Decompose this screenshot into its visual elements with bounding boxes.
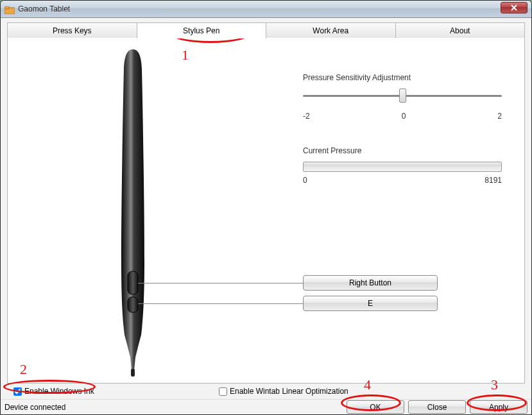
tab-stylus-pen[interactable]: Stylus Pen [137, 22, 267, 38]
pressure-min-label: 0 [303, 176, 307, 185]
options-row: Enable Windows Ink Enable Wintab Linear … [7, 384, 525, 399]
pen-upper-button-map[interactable]: Right Button [303, 275, 438, 291]
enable-wintab-checkbox[interactable] [219, 387, 227, 396]
stylus-panel: Right Button E Pressure Sensitivity Adju… [7, 38, 525, 384]
titlebar[interactable]: Gaomon Tablet [1, 1, 531, 18]
lead-line-lower [138, 303, 304, 304]
status-bar: Device connected OK Close Apply [1, 399, 531, 414]
slider-mid-label: 0 [402, 112, 406, 121]
svg-rect-3 [128, 297, 138, 312]
stylus-illustration [110, 49, 155, 377]
current-pressure-bar [303, 162, 502, 172]
right-column: Pressure Sensitivity Adjustment -2 0 2 C… [303, 73, 502, 185]
pressure-max-label: 8191 [485, 176, 502, 185]
tab-work-area[interactable]: Work Area [266, 22, 396, 38]
main-window: Gaomon Tablet Press Keys Stylus Pen Work… [0, 0, 532, 415]
lead-line-upper [138, 283, 304, 284]
tab-about[interactable]: About [396, 22, 526, 38]
slider-min-label: -2 [303, 112, 310, 121]
enable-windows-ink-label: Enable Windows Ink [24, 387, 94, 396]
tab-bar: Press Keys Stylus Pen Work Area About [7, 22, 525, 38]
status-text: Device connected [4, 403, 65, 412]
app-icon [4, 5, 15, 13]
close-window-button[interactable] [501, 2, 528, 13]
close-button[interactable]: Close [408, 400, 466, 414]
slider-max-label: 2 [497, 112, 502, 121]
current-pressure-label: Current Pressure [303, 146, 502, 155]
slider-thumb[interactable] [399, 89, 406, 103]
apply-button[interactable]: Apply [470, 400, 528, 414]
enable-windows-ink-checkbox[interactable] [13, 387, 22, 396]
ok-button[interactable]: OK [347, 400, 404, 414]
svg-rect-2 [128, 271, 138, 294]
tab-press-keys[interactable]: Press Keys [7, 22, 137, 38]
enable-wintab-label: Enable Wintab Linear Optimization [230, 387, 348, 396]
pressure-slider[interactable] [303, 89, 502, 108]
pen-lower-button-map[interactable]: E [303, 296, 438, 311]
content-area: Press Keys Stylus Pen Work Area About [1, 18, 531, 399]
close-icon [511, 4, 517, 11]
pressure-sensitivity-label: Pressure Sensitivity Adjustment [303, 73, 502, 82]
enable-wintab-option[interactable]: Enable Wintab Linear Optimization [219, 387, 348, 396]
svg-rect-4 [131, 369, 135, 377]
dialog-buttons: OK Close Apply [347, 400, 528, 414]
window-title: Gaomon Tablet [18, 4, 70, 13]
svg-rect-1 [4, 6, 9, 9]
enable-windows-ink-option[interactable]: Enable Windows Ink [13, 387, 94, 396]
